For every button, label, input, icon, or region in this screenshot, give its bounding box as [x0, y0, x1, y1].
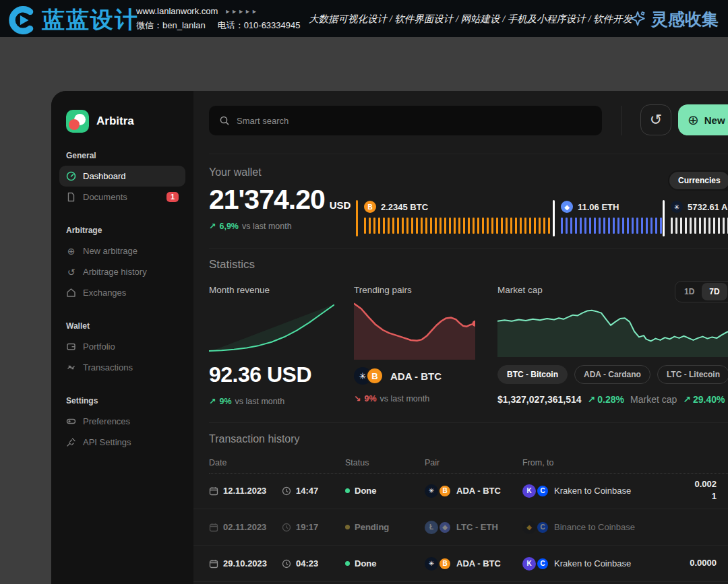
status-dot — [345, 488, 350, 493]
table-row[interactable]: 02.11.2023 19:17 Pending Ł ◆ LTC - ETH ◆ — [193, 509, 728, 546]
eth-coin-icon: ◆ — [561, 201, 573, 213]
coinbase-icon: C — [536, 484, 549, 498]
sidebar-item-preferences[interactable]: Preferences — [59, 411, 185, 432]
history-button[interactable]: ↺ — [640, 104, 671, 135]
table-row[interactable]: 29.10.2023 04:23 Done ✳ B ADA - BTC K — [193, 546, 728, 582]
amount-cell: 0.002 1 — [665, 473, 717, 509]
main-content: ↺ ⊕ New arbitrage Your wallet 21'374.20 … — [193, 91, 728, 584]
btc-tick-bars — [364, 218, 553, 234]
new-arbitrage-label: New arbitrage — [704, 115, 728, 126]
sidebar-item-documents[interactable]: Documents 1 — [59, 187, 185, 207]
pill-ltc-litecoin[interactable]: LTC - Litecoin — [657, 365, 728, 384]
status-cell: Done — [345, 473, 377, 509]
btc-coin-icon: B — [438, 484, 452, 498]
clock-icon — [282, 559, 291, 569]
up-arrow-icon: ↗ — [588, 394, 596, 405]
calendar-icon — [209, 559, 218, 569]
lanlan-logo-icon — [8, 6, 36, 34]
wallet-holdings-chart: B 2.2345 BTC ◆ 11.06 ETH ✳ — [356, 199, 728, 239]
segment-divider — [356, 200, 358, 236]
document-icon — [66, 192, 76, 202]
route-cell: ◆ C Binance to Coinbase — [522, 509, 635, 545]
pill-ada-cardano[interactable]: ADA - Cardano — [574, 365, 650, 384]
inspiration-collect-link[interactable]: 灵感收集 — [629, 7, 719, 30]
range-tab-7d[interactable]: 7D — [702, 283, 727, 300]
calendar-icon — [209, 523, 218, 532]
status-dot — [345, 525, 350, 529]
transaction-history-title: Transaction history — [209, 433, 300, 445]
sidebar-item-label: API Settings — [83, 437, 131, 447]
market-cap-change-label: Market cap — [630, 394, 677, 405]
sidebar-item-label: Portfolio — [83, 342, 115, 352]
market-cap-change: 0.28% — [597, 394, 624, 405]
section-label-general: General — [66, 151, 193, 160]
eth-coin-icon: ◆ — [438, 521, 452, 534]
banner-arrows: ►►►►► — [224, 8, 258, 15]
market-cap-chart — [497, 306, 728, 357]
collect-label: 灵感收集 — [651, 7, 719, 30]
sidebar: Arbitra General Dashboard Documents 1 Ar… — [51, 91, 193, 584]
new-arbitrage-button[interactable]: ⊕ New arbitrage — [678, 104, 728, 135]
wallet-icon — [66, 342, 76, 352]
down-arrow-icon: ↘ — [354, 393, 361, 403]
sidebar-item-new-arbitrage[interactable]: ⊕ New arbitrage — [59, 240, 185, 261]
sidebar-item-label: Exchanges — [83, 288, 126, 298]
api-plug-icon — [66, 437, 76, 447]
kraken-icon: K — [522, 484, 536, 498]
month-revenue-change: ↗ 9% vs last month — [209, 396, 334, 406]
sidebar-item-label: Transactions — [83, 362, 133, 372]
search-input[interactable] — [237, 116, 592, 126]
segment-divider — [663, 200, 665, 236]
status-cell: Done — [345, 546, 377, 581]
plus-circle-icon: ⊕ — [688, 113, 699, 127]
lanlan-logo: 蓝蓝设计 — [8, 5, 139, 36]
arbitra-logo-icon — [66, 110, 89, 133]
holding-btc: B 2.2345 BTC — [356, 199, 553, 239]
wallet-section-title: Your wallet — [209, 166, 262, 179]
btc-coin-icon: B — [366, 367, 384, 385]
sidebar-item-arbitrage-history[interactable]: ↺ Arbitrage history — [59, 261, 185, 282]
time-cell: 19:17 — [282, 509, 318, 545]
route-cell: K C Kraken to Coinbase — [522, 546, 631, 581]
sidebar-item-api-settings[interactable]: API Settings — [59, 432, 185, 453]
pill-btc-bitcoin[interactable]: BTC - Bitcoin — [497, 365, 568, 384]
coinbase-icon: C — [536, 521, 549, 534]
tab-currencies[interactable]: Currencies — [669, 172, 728, 189]
section-label-wallet: Wallet — [66, 321, 193, 331]
section-divider — [209, 248, 728, 249]
sidebar-item-dashboard[interactable]: Dashboard — [59, 166, 185, 187]
topbar-divider — [621, 106, 622, 135]
month-revenue-card: Month revenue 92.36 USD ↗ 9% vs last mon… — [209, 285, 334, 406]
plus-circle-icon: ⊕ — [66, 246, 76, 256]
date-cell: 29.10.2023 — [209, 546, 267, 581]
market-cap-card: Market cap 1D 7D 1M BTC - Bitcoin ADA - … — [497, 285, 728, 405]
range-tab-1d[interactable]: 1D — [677, 283, 702, 300]
coin-filter-pills: BTC - Bitcoin ADA - Cardano LTC - Liteco… — [497, 365, 728, 384]
kraken-icon: K — [522, 557, 536, 571]
arbitra-app-window: Arbitra General Dashboard Documents 1 Ar… — [51, 91, 728, 584]
wallet-balance-currency: USD — [330, 199, 351, 211]
date-cell: 12.11.2023 — [209, 473, 266, 509]
wallet-view-tabs: Currencies Exchanges — [668, 170, 728, 191]
ada-coin-icon: ✳ — [425, 484, 438, 498]
trending-pair: ✳ B ADA - BTC — [354, 367, 479, 385]
trending-pairs-chart — [354, 300, 475, 360]
col-from-to: From, to — [522, 458, 554, 467]
sidebar-item-transactions[interactable]: Transactions — [59, 357, 185, 378]
banner-phone: 电话：010-63334945 — [218, 20, 301, 32]
segment-divider — [553, 200, 555, 236]
sidebar-item-exchanges[interactable]: Exchanges — [59, 282, 185, 303]
month-revenue-label: Month revenue — [209, 285, 334, 295]
brand: Arbitra — [66, 110, 193, 133]
status-dot — [345, 561, 350, 566]
pair-cell: Ł ◆ LTC - ETH — [425, 509, 498, 545]
exchange-house-icon — [66, 288, 76, 298]
search-icon — [219, 115, 230, 126]
sidebar-item-portfolio[interactable]: Portfolio — [59, 336, 185, 357]
eth-tick-bars — [561, 218, 663, 234]
banner-url[interactable]: www.lanlanwork.com — [136, 6, 218, 16]
banner-services: 大数据可视化设计 / 软件界面设计 / 网站建设 / 手机及小程序设计 / 软件… — [309, 12, 632, 25]
table-row[interactable]: 12.11.2023 14:47 Done ✳ B ADA - BTC K — [193, 473, 728, 509]
volume-change: 29.40% — [693, 394, 725, 405]
col-pair: Pair — [425, 458, 439, 467]
